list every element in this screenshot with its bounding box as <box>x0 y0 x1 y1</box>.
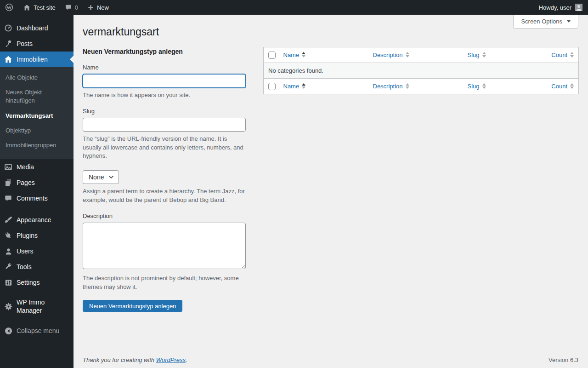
parent-field-group: None Assign a parent term to create a hi… <box>83 168 246 205</box>
column-label: Count <box>551 52 567 58</box>
sidebar-item-plugins[interactable]: Plugins <box>0 228 74 243</box>
name-input[interactable] <box>83 74 246 88</box>
chevron-down-icon <box>108 175 114 179</box>
howdy-label: Howdy, user <box>539 4 571 11</box>
slug-input[interactable] <box>83 118 246 132</box>
column-label: Description <box>373 52 403 58</box>
plus-icon <box>87 4 94 11</box>
slug-label: Slug <box>83 108 246 115</box>
submenu-label: Neues Objekt hinzufügen <box>6 89 42 104</box>
sidebar-item-label: Dashboard <box>17 24 48 32</box>
dashboard-icon <box>0 23 17 33</box>
description-textarea[interactable] <box>83 223 246 269</box>
media-icon <box>0 162 17 172</box>
slug-field-group: Slug The “slug” is the URL-friendly vers… <box>83 108 246 161</box>
sort-by-count[interactable]: Count <box>551 52 574 58</box>
name-field-group: Name The name is how it appears on your … <box>83 64 246 100</box>
sidebar-item-pages[interactable]: Pages <box>0 175 74 190</box>
pushpin-icon <box>0 39 17 48</box>
chevron-down-icon <box>567 20 571 24</box>
comment-count: 0 <box>75 4 78 11</box>
sidebar-item-posts[interactable]: Posts <box>0 36 74 52</box>
page-title: vermarktungsart <box>83 25 579 39</box>
admin-bar: Test site 0 New Howdy, user <box>0 0 588 15</box>
submenu-objekttyp[interactable]: Objekttyp <box>0 123 74 138</box>
sort-by-count[interactable]: Count <box>551 83 574 90</box>
sidebar-item-media[interactable]: Media <box>0 159 74 175</box>
submenu-alle-objekte[interactable]: Alle Objekte <box>0 70 74 85</box>
new-content-menu[interactable]: New <box>83 0 113 15</box>
slug-help: The “slug” is the URL-friendly version o… <box>83 135 246 161</box>
collapse-arrow-icon <box>0 327 17 335</box>
screen-options-tab[interactable]: Screen Options <box>513 15 578 29</box>
select-all-checkbox[interactable] <box>268 83 276 90</box>
parent-selected-value: None <box>89 173 104 181</box>
submenu-neues-objekt[interactable]: Neues Objekt hinzufügen <box>0 85 74 108</box>
footer-thanks-suffix: . <box>186 356 187 363</box>
sort-arrows-icon <box>570 52 574 58</box>
collapse-menu-label: Collapse menu <box>17 327 59 335</box>
sidebar-item-label: Plugins <box>17 231 38 240</box>
wordpress-logo-menu[interactable] <box>0 0 18 15</box>
home-icon <box>23 4 31 12</box>
sort-by-slug[interactable]: Slug <box>468 52 486 58</box>
submenu-label: Immobiliengruppen <box>6 142 57 149</box>
footer-thanks: Thank you for creating with WordPress. <box>83 356 187 363</box>
column-label: Slug <box>468 83 480 90</box>
sidebar-item-label: Appearance <box>17 216 51 224</box>
comment-icon <box>0 194 17 202</box>
name-label: Name <box>83 64 246 71</box>
sort-arrows-icon <box>302 52 305 58</box>
terms-table-wrap: Name Description <box>263 47 579 312</box>
sidebar-item-users[interactable]: Users <box>0 243 74 259</box>
submenu-vermarktungsart[interactable]: Vermarktungsart <box>0 109 74 123</box>
sidebar-item-wp-immo-manager[interactable]: WP Immo Manager <box>0 296 74 316</box>
empty-message: No categories found. <box>264 63 579 78</box>
sidebar-item-comments[interactable]: Comments <box>0 190 74 206</box>
sidebar-item-label: Immobilien <box>17 55 48 63</box>
column-label: Description <box>373 83 403 90</box>
sort-arrows-icon <box>406 52 409 58</box>
submit-button[interactable]: Neuen Vermarktungstyp anlegen <box>83 300 182 312</box>
sidebar-item-label: Posts <box>17 40 33 48</box>
sort-by-description[interactable]: Description <box>373 52 409 58</box>
submenu-immobiliengruppen[interactable]: Immobiliengruppen <box>0 138 74 153</box>
sidebar-item-tools[interactable]: Tools <box>0 259 74 275</box>
column-label: Name <box>283 83 300 90</box>
sort-by-name[interactable]: Name <box>283 52 306 58</box>
select-all-checkbox[interactable] <box>268 52 276 59</box>
column-label: Name <box>283 52 300 58</box>
sort-by-slug[interactable]: Slug <box>468 83 486 90</box>
wordpress-link[interactable]: WordPress <box>156 356 186 363</box>
submenu-label: Alle Objekte <box>6 74 38 81</box>
parent-select[interactable]: None <box>83 170 119 184</box>
sort-arrows-icon <box>482 52 486 58</box>
admin-bar-left: Test site 0 New <box>0 0 113 15</box>
sidebar-item-appearance[interactable]: Appearance <box>0 212 74 228</box>
sidebar-item-dashboard[interactable]: Dashboard <box>0 20 74 36</box>
sidebar-item-immobilien[interactable]: Immobilien <box>0 52 74 67</box>
submenu-label: Objekttyp <box>6 127 31 134</box>
sort-by-name[interactable]: Name <box>283 83 306 90</box>
admin-menu: Dashboard Posts Immobilien Alle Objekte <box>0 15 74 368</box>
brush-icon <box>0 215 17 224</box>
comments-bubble[interactable]: 0 <box>60 0 83 15</box>
sidebar-item-settings[interactable]: Settings <box>0 275 74 290</box>
collapse-menu-button[interactable]: Collapse menu <box>0 323 74 339</box>
site-name-label: Test site <box>34 4 56 11</box>
menu-separator <box>0 206 74 212</box>
sort-by-description[interactable]: Description <box>373 83 409 90</box>
column-label: Slug <box>468 52 480 58</box>
sort-arrows-icon <box>302 83 305 89</box>
user-icon <box>0 247 17 256</box>
site-name-link[interactable]: Test site <box>18 0 60 15</box>
pages-icon <box>0 178 17 187</box>
plugin-icon <box>0 231 17 240</box>
avatar <box>575 4 582 11</box>
footer-version: Version 6.3 <box>548 356 578 363</box>
comment-icon <box>65 4 72 11</box>
immobilien-submenu: Alle Objekte Neues Objekt hinzufügen Ver… <box>0 67 74 159</box>
gear-icon <box>0 302 17 311</box>
name-help: The name is how it appears on your site. <box>83 91 246 100</box>
account-menu[interactable]: Howdy, user <box>533 0 588 15</box>
